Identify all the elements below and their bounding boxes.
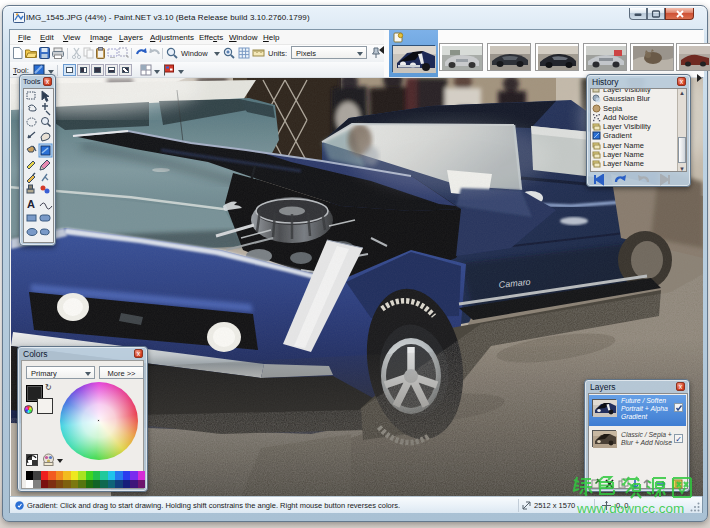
svg-text:A: A — [27, 198, 35, 210]
